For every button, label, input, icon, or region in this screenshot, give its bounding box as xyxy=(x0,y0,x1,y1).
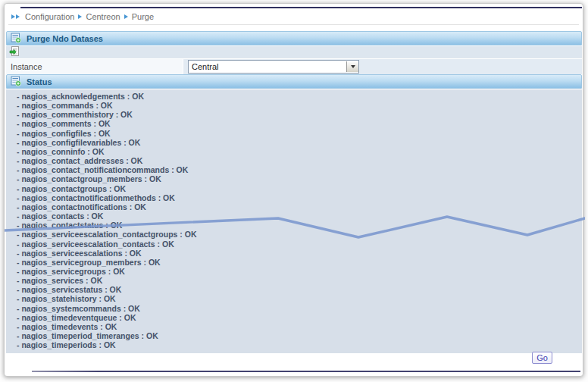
page-card: ConfigurationCentreonPurge Purge Ndo D xyxy=(4,3,583,377)
status-entry: - nagios_statehistory : OK xyxy=(6,294,582,303)
breadcrumb-item-purge[interactable]: Purge xyxy=(132,12,154,21)
instance-selected-value: Central xyxy=(189,62,218,71)
breadcrumb-arrow-icon xyxy=(124,14,128,19)
top-nav-divider xyxy=(20,7,582,8)
status-entry: - nagios_timeperiod_timeranges : OK xyxy=(6,331,582,340)
breadcrumb-divider xyxy=(8,24,579,25)
status-section-header: Status xyxy=(6,74,582,89)
export-page-icon[interactable] xyxy=(9,45,20,60)
form-add-icon xyxy=(11,76,21,88)
purge-section-header: Purge Ndo Datases xyxy=(6,31,582,45)
bottom-divider xyxy=(32,371,580,372)
go-button[interactable]: Go xyxy=(532,352,552,364)
status-entry: - nagios_timedeventqueue : OK xyxy=(6,313,582,322)
status-entry: - nagios_systemcommands : OK xyxy=(6,304,582,313)
status-entry: - nagios_contact_notificationcommands : … xyxy=(6,165,582,174)
status-entry: - nagios_contactnotifications : OK xyxy=(6,202,582,211)
status-entry: - nagios_commenthistory : OK xyxy=(6,110,582,119)
instance-row: Instance Central xyxy=(6,58,582,74)
status-entry: - nagios_commands : OK xyxy=(6,101,582,110)
screenshot-stage: ConfigurationCentreonPurge Purge Ndo D xyxy=(0,0,588,382)
status-entry: - nagios_serviceescalations : OK xyxy=(6,249,582,258)
status-entry: - nagios_contactnotificationmethods : OK xyxy=(6,193,582,202)
purge-toolbar xyxy=(6,45,582,58)
purge-section-title: Purge Ndo Datases xyxy=(27,34,103,43)
status-entry: - nagios_acknowledgements : OK xyxy=(6,92,582,101)
instance-field-cell: Central xyxy=(183,59,582,74)
status-entry: - nagios_serviceescalation_contactgroups… xyxy=(6,230,582,239)
status-entry: - nagios_contactstatus : OK xyxy=(6,221,582,230)
breadcrumb-double-arrow-icon xyxy=(11,14,20,19)
instance-label: Instance xyxy=(6,59,183,74)
status-entry: - nagios_contacts : OK xyxy=(6,211,582,221)
breadcrumb: ConfigurationCentreonPurge xyxy=(11,10,154,23)
status-entry: - nagios_contactgroups : OK xyxy=(6,184,582,193)
status-entry: - nagios_contactgroup_members : OK xyxy=(6,174,582,183)
breadcrumb-item-centreon[interactable]: Centreon xyxy=(86,12,120,21)
status-entry: - nagios_timeperiods : OK xyxy=(6,340,582,349)
status-section: Status - nagios_acknowledgements : OK- n… xyxy=(6,74,582,353)
status-section-title: Status xyxy=(27,77,52,86)
status-entry: - nagios_comments : OK xyxy=(6,119,582,128)
breadcrumb-arrow-icon xyxy=(78,14,82,19)
breadcrumb-item-configuration[interactable]: Configuration xyxy=(25,12,74,21)
status-entry: - nagios_contact_addresses : OK xyxy=(6,156,582,165)
purge-section: Purge Ndo Datases Instance xyxy=(6,31,582,74)
instance-select[interactable]: Central xyxy=(188,60,359,74)
status-list: - nagios_acknowledgements : OK- nagios_c… xyxy=(6,89,582,353)
status-entry: - nagios_timedevents : OK xyxy=(6,322,582,331)
status-entry: - nagios_servicegroup_members : OK xyxy=(6,258,582,267)
status-entry: - nagios_conninfo : OK xyxy=(6,147,582,156)
status-entry: - nagios_serviceescalation_contacts : OK xyxy=(6,240,582,249)
form-add-icon xyxy=(11,33,21,45)
status-entry: - nagios_servicestatus : OK xyxy=(6,285,582,294)
status-entry: - nagios_services : OK xyxy=(6,276,582,285)
status-entry: - nagios_configfiles : OK xyxy=(6,129,582,138)
dropdown-arrow-icon[interactable] xyxy=(346,61,358,72)
status-entry: - nagios_servicegroups : OK xyxy=(6,267,582,276)
status-entry: - nagios_configfilevariables : OK xyxy=(6,138,582,147)
